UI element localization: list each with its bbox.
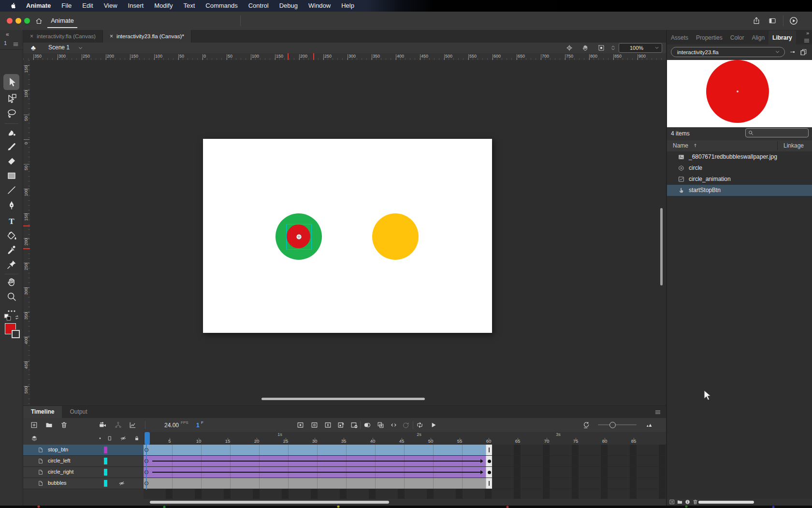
menu-item-view[interactable]: View	[99, 0, 123, 12]
highlight-column-icon[interactable]	[97, 435, 103, 442]
layer-row-circle_right[interactable]: circle_right	[23, 467, 144, 478]
workspace-tab[interactable]: Animate	[47, 15, 77, 26]
pen-tool-icon[interactable]	[6, 200, 17, 211]
lasso-tool-icon[interactable]	[6, 108, 17, 120]
menu-item-control[interactable]: Control	[243, 0, 274, 12]
library-item-_6807671redbubbleswallpaper.jpg[interactable]: _6807671redbubbleswallpaper.jpg	[667, 151, 812, 163]
layer-outline-color-swatch[interactable]	[104, 480, 107, 487]
layer-row-bubbles[interactable]: bubbles	[23, 478, 144, 489]
layer-outline-color-swatch[interactable]	[104, 447, 107, 453]
asset-warp-tool-icon[interactable]	[6, 259, 17, 270]
panel-tab-properties[interactable]: Properties	[692, 30, 726, 45]
delete-layer-icon[interactable]	[60, 421, 68, 429]
code-snippets-icon[interactable]	[390, 421, 398, 429]
library-item-circle_animation[interactable]: circle_animation	[667, 174, 812, 185]
tab-output[interactable]: Output	[62, 406, 95, 418]
frame-track-area[interactable]	[144, 445, 666, 499]
show-parenting-icon[interactable]	[114, 421, 122, 429]
insert-blank-keyframe-icon[interactable]	[310, 421, 319, 429]
column-name-label[interactable]: Name	[673, 142, 688, 149]
play-icon[interactable]	[429, 421, 437, 429]
default-colors-icon[interactable]	[3, 313, 13, 322]
subselection-tool-icon[interactable]	[6, 93, 17, 105]
timeline-horizontal-scrollbar[interactable]	[150, 501, 389, 504]
new-folder-icon[interactable]	[45, 421, 53, 429]
canvas-vertical-scrollbar[interactable]	[660, 208, 663, 285]
eyedropper-tool-icon[interactable]	[6, 244, 17, 256]
layers-stack-icon[interactable]	[31, 435, 38, 442]
frame-span[interactable]	[144, 456, 486, 466]
document-tab[interactable]: ×interactivity23.fla (Canvas)*	[103, 30, 191, 43]
scene-name-label[interactable]: Scene 1	[48, 44, 70, 51]
chevron-down-icon[interactable]	[77, 45, 84, 51]
library-item-startStopBtn[interactable]: startStopBtn	[667, 185, 812, 196]
layer-track-bubbles[interactable]	[144, 478, 666, 489]
yellow-circle-shape[interactable]	[372, 213, 419, 260]
panel-tab-align[interactable]: Align	[748, 30, 768, 45]
layer-row-circle_left[interactable]: circle_left	[23, 456, 144, 467]
tools-options-row[interactable]: 1	[0, 39, 23, 50]
workspace-switcher-icon[interactable]	[768, 16, 777, 25]
menu-item-text[interactable]: Text	[178, 0, 200, 12]
new-folder-icon[interactable]	[677, 499, 683, 505]
minimize-window-button[interactable]	[15, 18, 21, 24]
library-horizontal-scrollbar[interactable]	[698, 501, 754, 504]
playhead[interactable]	[145, 432, 150, 445]
swap-colors-icon[interactable]	[13, 314, 21, 321]
loop-playback-icon[interactable]	[416, 421, 424, 429]
panel-tab-assets[interactable]: Assets	[667, 30, 692, 45]
edit-multiple-frames-icon[interactable]	[377, 421, 385, 429]
zoom-window-button[interactable]	[24, 18, 30, 24]
lock-column-icon[interactable]	[133, 435, 140, 442]
stage[interactable]	[203, 139, 492, 333]
zoom-tool-icon[interactable]	[6, 291, 17, 302]
apple-menu-icon[interactable]	[10, 2, 17, 10]
span-end-cell[interactable]	[486, 467, 492, 478]
frame-span[interactable]	[144, 467, 486, 478]
paint-bucket-tool-icon[interactable]	[6, 230, 17, 241]
pin-library-icon[interactable]	[789, 49, 797, 55]
selection-tool-icon[interactable]	[6, 76, 17, 88]
pasteboard[interactable]	[30, 60, 666, 405]
add-camera-icon[interactable]	[99, 421, 107, 429]
reset-timeline-zoom-icon[interactable]	[582, 421, 591, 429]
frame-span[interactable]	[144, 478, 486, 489]
menu-item-edit[interactable]: Edit	[77, 0, 98, 12]
insert-frame-icon[interactable]	[324, 421, 332, 429]
close-window-button[interactable]	[7, 18, 13, 24]
remove-frame-icon[interactable]	[350, 421, 358, 429]
span-end-cell[interactable]	[486, 478, 492, 489]
stroke-color-swatch[interactable]	[12, 330, 20, 338]
sort-ascending-icon[interactable]	[692, 142, 698, 149]
menu-item-file[interactable]: File	[56, 0, 77, 12]
panel-menu-icon[interactable]	[803, 37, 810, 44]
expand-panel-icon[interactable]: »	[806, 30, 809, 36]
panel-tab-color[interactable]: Color	[726, 30, 748, 45]
layer-outline-color-swatch[interactable]	[104, 469, 107, 476]
auto-keyframe-icon[interactable]	[337, 421, 345, 429]
new-library-panel-icon[interactable]	[799, 48, 808, 56]
menu-item-insert[interactable]: Insert	[123, 0, 149, 12]
layer-outline-color-swatch[interactable]	[104, 458, 107, 464]
hand-tool-icon[interactable]	[6, 276, 17, 288]
outline-column-icon[interactable]	[106, 435, 113, 442]
library-item-circle[interactable]: circle	[667, 163, 812, 174]
document-tab[interactable]: ×interactivity.fla (Canvas)	[23, 30, 103, 43]
clip-content-icon[interactable]	[597, 44, 605, 52]
frame-size-icon[interactable]	[645, 421, 653, 429]
graph-editor-icon[interactable]	[129, 421, 137, 429]
span-end-cell[interactable]	[486, 445, 492, 455]
onion-skin-icon[interactable]	[363, 421, 371, 429]
loop-range-icon[interactable]	[402, 421, 410, 429]
zoom-level-select[interactable]: 100%	[619, 43, 662, 53]
panel-tab-library[interactable]: Library	[768, 30, 796, 45]
layer-track-circle_left[interactable]	[144, 456, 666, 467]
share-icon[interactable]	[752, 16, 761, 25]
edit-toolbar-icon[interactable]	[13, 41, 19, 47]
close-tab-icon[interactable]: ×	[110, 33, 113, 40]
insert-keyframe-icon[interactable]	[296, 421, 304, 429]
layer-track-stop_btn[interactable]	[144, 445, 666, 456]
column-divider[interactable]	[777, 141, 778, 150]
menu-item-window[interactable]: Window	[303, 0, 336, 12]
frame-span[interactable]	[144, 445, 486, 455]
